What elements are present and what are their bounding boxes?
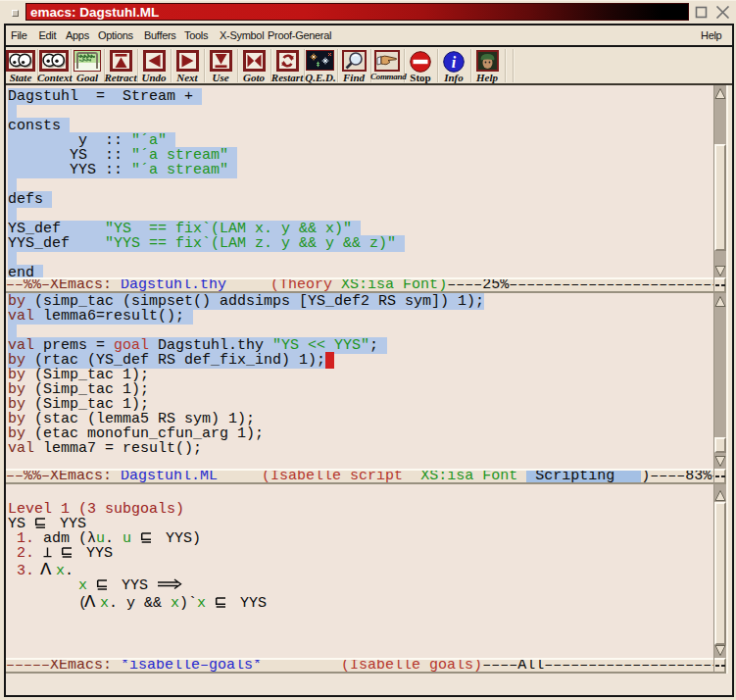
svg-text:i: i xyxy=(452,54,457,71)
